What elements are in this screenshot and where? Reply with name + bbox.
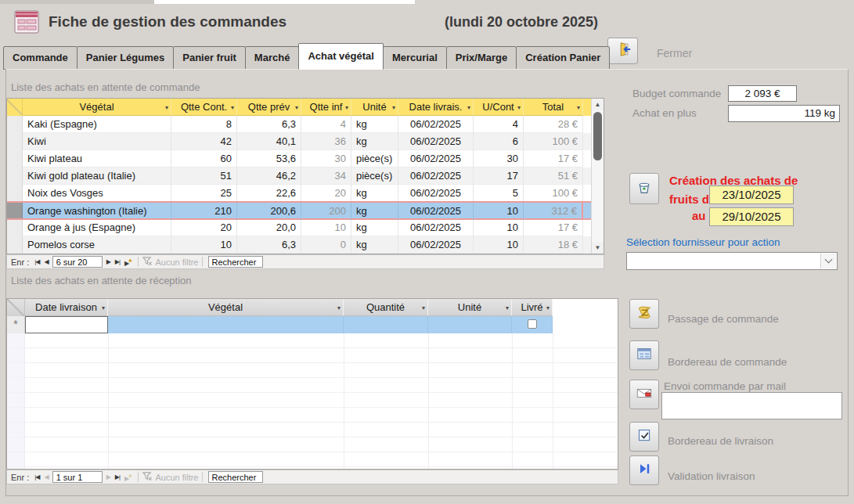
orders-row[interactable]: Kiwi gold plateau (Italie)5146,234pièce(… [7,167,591,185]
next-record-button[interactable]: ▶ [104,258,113,265]
date-from-field[interactable]: 23/10/2025 [709,185,794,204]
date-to-field[interactable]: 29/10/2025 [709,207,794,226]
next-record-button[interactable]: ▶ [104,473,113,481]
orders-cell[interactable]: Kaki (Espagne) [23,116,171,133]
reception-column-header[interactable]: Végétal▾ [108,299,344,316]
orders-cell[interactable]: pièce(s) [351,167,398,185]
reception-column-header[interactable]: Date livraison▾ [25,299,108,316]
row-selector[interactable] [7,150,23,167]
reception-new-row[interactable]: * [7,316,553,333]
orders-cell[interactable]: 10 [301,219,351,236]
orders-row[interactable]: Kaki (Espagne)86,34kg06/02/2025428 € [7,116,591,133]
orders-cell[interactable]: Pomelos corse [23,236,171,254]
scroll-thumb[interactable] [593,112,602,160]
row-selector[interactable] [7,133,23,150]
orders-cell[interactable]: 46,2 [237,167,301,185]
orders-cell[interactable]: 28 € [524,116,583,133]
column-dropdown-arrow-icon[interactable]: ▾ [295,103,298,110]
row-selector[interactable] [7,167,23,185]
order-slip-button[interactable] [629,340,659,370]
record-search-input[interactable] [208,256,263,268]
previous-record-button[interactable]: ◀ [41,258,50,265]
first-record-button[interactable]: |◀ [32,258,41,265]
orders-cell[interactable]: Orange washington (Italie) [23,203,171,220]
row-selector[interactable] [7,203,23,218]
orders-cell[interactable]: 53,6 [237,150,301,167]
orders-cell[interactable]: 10 [474,219,524,236]
orders-column-header[interactable]: Qtte Cont.▾ [171,99,237,116]
date-livraison-cell[interactable] [25,316,108,333]
last-record-button[interactable]: ▶| [113,258,122,265]
tab-création-panier[interactable]: Création Panier [516,46,610,70]
record-position[interactable]: 1 sur 1 [52,471,103,483]
orders-cell[interactable]: 10 [171,236,237,254]
orders-cell[interactable]: kg [351,219,398,236]
orders-cell[interactable]: 06/02/2025 [398,203,474,220]
vegetal-cell[interactable] [108,316,344,333]
supplier-combobox[interactable] [626,252,838,270]
orders-row[interactable]: Kiwi4240,136kg06/02/20256100 € [7,133,591,150]
livre-checkbox[interactable] [528,319,537,329]
orders-cell[interactable]: 20,0 [237,219,301,236]
last-record-button[interactable]: ▶| [113,473,122,481]
combobox-dropdown-button[interactable] [820,254,836,268]
orders-cell[interactable]: 8 [171,116,237,133]
column-dropdown-arrow-icon[interactable]: ▾ [546,304,550,311]
orders-cell[interactable]: 4 [301,116,351,133]
previous-record-button[interactable]: ◀ [41,473,50,481]
orders-cell[interactable]: 40,1 [237,133,301,150]
orders-cell[interactable]: 06/02/2025 [398,219,474,236]
orders-column-header[interactable]: Total▾ [524,99,583,116]
column-dropdown-arrow-icon[interactable]: ▾ [517,103,521,110]
orders-column-header[interactable]: Date livrais.▾ [398,99,474,116]
orders-cell[interactable]: 25 [171,185,237,202]
orders-cell[interactable]: kg [351,203,398,220]
orders-cell[interactable]: 22,6 [237,185,301,202]
select-all-corner[interactable] [7,299,25,316]
orders-cell[interactable]: Kiwi gold plateau (Italie) [23,167,171,185]
delivery-validation-button[interactable] [629,455,659,485]
orders-row[interactable]: Orange à jus (Espagne)2020,010kg06/02/20… [7,219,591,236]
column-dropdown-arrow-icon[interactable]: ▾ [506,304,509,311]
column-dropdown-arrow-icon[interactable]: ▾ [392,103,395,110]
column-dropdown-arrow-icon[interactable]: ▾ [345,103,348,110]
orders-cell[interactable]: 06/02/2025 [398,116,474,133]
orders-cell[interactable]: 20 [171,219,237,236]
orders-cell[interactable]: 312 € [524,203,583,220]
orders-cell[interactable]: 200,6 [237,203,301,220]
tab-panier-légumes[interactable]: Panier Légumes [77,46,174,70]
orders-cell[interactable]: 06/02/2025 [398,167,474,185]
orders-cell[interactable]: 200 [301,203,351,220]
column-dropdown-arrow-icon[interactable]: ▾ [231,103,234,110]
reception-column-header[interactable]: Quantité▾ [344,299,428,316]
mail-address-input[interactable] [661,392,842,419]
orders-cell[interactable]: 20 [301,185,351,202]
orders-cell[interactable]: 36 [301,133,351,150]
orders-cell[interactable]: 30 [474,150,524,167]
orders-cell[interactable]: 06/02/2025 [398,236,474,254]
send-order-mail-button[interactable] [629,380,659,409]
orders-cell[interactable]: 17 € [524,150,583,167]
orders-row[interactable]: Kiwi plateau6053,630pièce(s)06/02/202530… [7,150,591,167]
orders-cell[interactable]: 17 [474,167,524,185]
select-all-corner[interactable] [7,99,23,116]
quantite-cell[interactable] [344,316,428,333]
orders-cell[interactable]: 06/02/2025 [398,150,474,167]
record-search-input[interactable] [208,471,263,483]
row-selector[interactable] [7,116,23,133]
orders-cell[interactable]: kg [351,116,398,133]
orders-cell[interactable]: 100 € [524,185,583,202]
column-dropdown-arrow-icon[interactable]: ▾ [337,304,341,311]
orders-cell[interactable]: 18 € [524,236,583,254]
orders-cell[interactable]: 06/02/2025 [398,185,474,202]
orders-cell[interactable]: 5 [474,185,524,202]
orders-column-header[interactable]: Unité▾ [351,99,398,116]
scroll-down-arrow[interactable]: ▼ [592,242,604,254]
orders-cell[interactable]: Noix des Vosges [23,185,171,202]
unite-cell[interactable] [428,316,512,333]
orders-vertical-scrollbar[interactable]: ▲ ▼ [591,99,604,254]
tab-achat-végétal[interactable]: Achat végétal [298,43,384,70]
tab-prix-marge[interactable]: Prix/Marge [446,46,517,70]
orders-cell[interactable]: kg [351,185,398,202]
orders-cell[interactable]: Kiwi [23,133,171,150]
